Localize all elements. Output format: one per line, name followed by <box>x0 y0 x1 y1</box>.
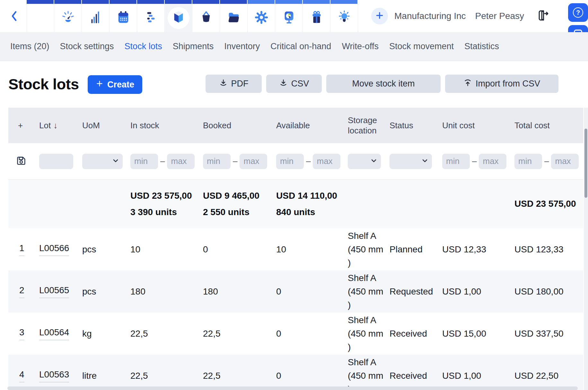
topbar: Manufacturing Inc Peter Peasy ? <box>0 0 588 32</box>
vertical-scrollbar[interactable] <box>584 108 588 390</box>
table-filter-row: – – – – – <box>8 143 583 179</box>
total-cost-cell: USD 180,00 <box>514 270 583 313</box>
tab-rewards[interactable] <box>303 4 330 32</box>
tab-reports[interactable] <box>275 4 303 32</box>
filter-storage-location-select[interactable] <box>348 154 381 169</box>
nav-tab-stock-settings[interactable]: Stock settings <box>60 41 114 51</box>
move-stock-item-label: Move stock item <box>352 79 415 89</box>
export-csv-button[interactable]: CSV <box>266 75 322 93</box>
available-cell: 0 <box>276 313 348 355</box>
tab-logo[interactable] <box>27 4 54 32</box>
range-separator: – <box>472 156 477 166</box>
presentation-icon <box>282 10 296 26</box>
summary-in-stock: USD 23 575,003 390 units <box>130 188 192 220</box>
filter-unit-cost-max-input[interactable] <box>479 154 506 169</box>
filter-uom-select[interactable] <box>82 154 123 169</box>
topbar-accent-strip <box>27 0 358 4</box>
column-header-in-stock[interactable]: In stock <box>130 108 203 143</box>
available-cell: 10 <box>276 228 348 270</box>
status-cell: Received <box>390 355 442 390</box>
help-button[interactable]: ? <box>568 3 588 22</box>
column-header-status[interactable]: Status <box>390 108 442 143</box>
gear-icon <box>254 10 269 26</box>
row-number-link[interactable]: 2 <box>19 285 24 298</box>
add-column-button[interactable]: + <box>8 108 39 143</box>
row-number-link[interactable]: 1 <box>19 243 24 256</box>
filter-total-cost-max-input[interactable] <box>551 154 579 169</box>
column-header-total-cost[interactable]: Total cost <box>514 108 583 143</box>
filter-available-max-input[interactable] <box>313 154 340 169</box>
nav-tab-items[interactable]: Items (20) <box>10 41 49 51</box>
column-header-booked[interactable]: Booked <box>203 108 276 143</box>
lot-link[interactable]: L00566 <box>39 243 69 256</box>
summary-available: USD 14 110,00840 units <box>276 188 337 220</box>
tab-stock[interactable] <box>165 4 192 32</box>
filter-lot-input[interactable] <box>39 154 73 169</box>
range-separator: – <box>160 156 165 166</box>
booked-cell: 22,5 <box>203 313 276 355</box>
calendar-icon <box>116 10 131 26</box>
column-header-storage-location[interactable]: Storage location <box>348 108 390 143</box>
storage-location-cell: Shelf A (450 mm ) <box>348 313 390 355</box>
column-header-lot[interactable]: Lot↓ <box>39 108 82 143</box>
export-pdf-button[interactable]: PDF <box>206 75 262 93</box>
nav-tab-shipments[interactable]: Shipments <box>173 41 214 51</box>
filter-total-cost-min-input[interactable] <box>514 154 542 169</box>
column-header-uom[interactable]: UoM <box>82 108 130 143</box>
uom-cell: litre <box>82 355 130 390</box>
user-name[interactable]: Peter Peasy <box>475 11 524 21</box>
filter-available-min-input[interactable] <box>276 154 304 169</box>
total-cost-cell: USD 123,33 <box>514 228 583 270</box>
tab-planning[interactable] <box>137 4 165 32</box>
column-header-unit-cost[interactable]: Unit cost <box>442 108 514 143</box>
uom-cell: pcs <box>82 270 130 313</box>
row-number-link[interactable]: 4 <box>19 369 24 382</box>
in-stock-cell: 22,5 <box>130 355 203 390</box>
row-number-link[interactable]: 3 <box>19 327 24 340</box>
chevron-left-icon <box>10 10 18 23</box>
collapse-menu-button[interactable] <box>7 8 21 25</box>
tab-documents[interactable] <box>220 4 248 32</box>
page-title: Stock lots <box>8 75 79 93</box>
tab-dashboard[interactable] <box>54 4 82 32</box>
lot-link[interactable]: L00564 <box>39 327 69 340</box>
import-from-csv-button[interactable]: Import from CSV <box>445 75 558 93</box>
nav-tab-stock-movement[interactable]: Stock movement <box>389 41 454 51</box>
filter-booked-min-input[interactable] <box>203 154 231 169</box>
logout-button[interactable] <box>536 9 549 23</box>
horizontal-scrollbar[interactable] <box>7 386 578 390</box>
chevron-down-icon <box>112 157 119 166</box>
column-header-available[interactable]: Available <box>276 108 348 143</box>
filter-in-stock-max-input[interactable] <box>167 154 195 169</box>
create-button[interactable]: Create <box>88 75 142 94</box>
filter-unit-cost-min-input[interactable] <box>442 154 470 169</box>
nav-tab-write-offs[interactable]: Write-offs <box>342 41 379 51</box>
booked-cell: 180 <box>203 270 276 313</box>
nav-tab-critical-on-hand[interactable]: Critical on-hand <box>270 41 331 51</box>
lot-link[interactable]: L00563 <box>39 369 69 382</box>
storage-location-cell: Shelf A (450 mm ) <box>348 228 390 270</box>
nav-tab-stock-lots[interactable]: Stock lots <box>125 41 162 51</box>
vertical-scrollbar-thumb[interactable] <box>584 129 587 198</box>
move-stock-item-button[interactable]: Move stock item <box>326 75 441 93</box>
uom-cell: kg <box>82 313 130 355</box>
nav-tab-statistics[interactable]: Statistics <box>464 41 499 51</box>
filter-status-select[interactable] <box>390 154 432 169</box>
download-icon <box>279 78 288 89</box>
lot-link[interactable]: L00565 <box>39 285 69 298</box>
tab-statistics[interactable] <box>82 4 110 32</box>
nav-tab-inventory[interactable]: Inventory <box>224 41 260 51</box>
save-filter-button[interactable] <box>15 155 27 168</box>
add-company-button[interactable] <box>371 8 388 24</box>
status-cell: Planned <box>390 228 442 270</box>
sort-desc-icon: ↓ <box>53 121 57 131</box>
section-nav: Items (20) Stock settings Stock lots Shi… <box>0 32 588 61</box>
company-name[interactable]: Manufacturing Inc <box>394 11 466 21</box>
filter-in-stock-min-input[interactable] <box>130 154 158 169</box>
tab-calendar[interactable] <box>110 4 137 32</box>
tab-procurement[interactable] <box>192 4 220 32</box>
tab-ideas[interactable] <box>330 4 358 32</box>
filter-booked-max-input[interactable] <box>240 154 267 169</box>
tab-settings[interactable] <box>248 4 275 32</box>
create-button-label: Create <box>107 80 134 90</box>
